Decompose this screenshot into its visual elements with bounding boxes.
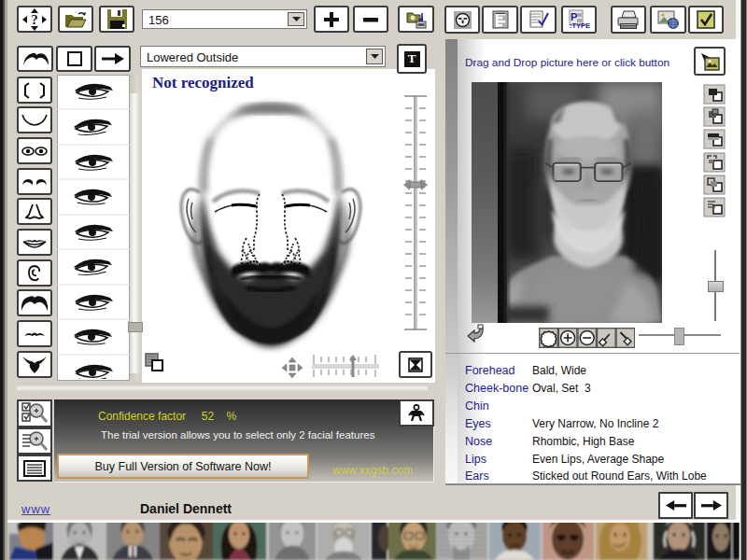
svg-text:?: ? (31, 12, 38, 27)
svg-text::TYPE: :TYPE (570, 21, 590, 30)
